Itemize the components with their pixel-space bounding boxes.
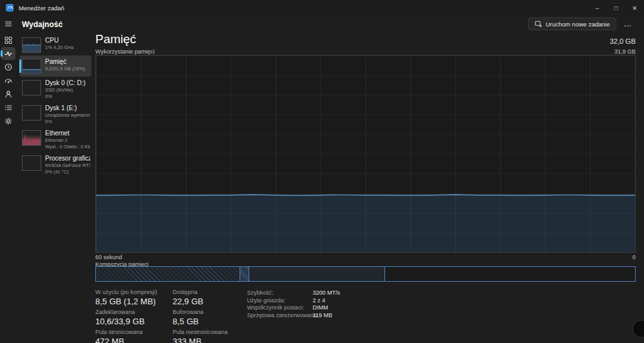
run-new-task-button[interactable]: Uruchom nowe zadanie [528,17,616,30]
perf-item-subtitle: 0% [45,119,90,125]
detail-label: Użyte gniazda: [247,297,313,304]
stat-available: Dostępna 22,9 GB [173,289,228,306]
perf-item-disk0[interactable]: Dysk 0 (C: D:) SSD (NVMe) 0% [19,77,91,102]
stat-value: 10,6/33,9 GB [95,317,157,326]
stat-paged-pool: Pula stronicowana 472 MB [95,329,157,343]
memory-composition-bar[interactable] [95,266,636,282]
rail-item-processes[interactable] [1,34,15,46]
stat-value: 333 MB [173,337,228,343]
page-title-performance: Wydajność [22,20,91,29]
stat-value: 22,9 GB [173,297,228,306]
detail-value: 2 z 4 [313,297,341,304]
stat-committed: Zadeklarowana 10,6/33,9 GB [95,309,157,326]
perf-item-subtitle: 1% 4,20 GHz [45,44,74,51]
window-controls: – □ ✕ [588,0,644,15]
perf-item-title: Pamięć [45,58,85,66]
run-new-task-icon [535,20,542,28]
perf-item-memory[interactable]: Pamięć 9,0/31,9 GB (28%) [19,55,91,77]
composition-segment-free[interactable] [385,267,635,281]
memory-title: Pamięć [95,32,136,46]
stat-label: Buforowana [173,309,228,315]
disk1-mini-chart [22,105,41,121]
close-button[interactable]: ✕ [625,0,644,15]
rail-item-app-history[interactable] [1,61,15,74]
stat-cached: Buforowana 8,5 GB [173,309,228,326]
window-title: Menedżer zadań [19,5,64,12]
detail-label: Współczynnik postaci: [247,304,313,311]
menu-hamburger-icon[interactable] [1,17,15,30]
memory-stats: W użyciu (po kompresji) 8,5 GB (1,2 MB) … [95,289,228,343]
stat-value: 472 MB [95,337,157,343]
detail-label: Szybkość: [247,289,313,297]
detail-label: Sprzętowa zarezerwowana: [247,312,313,319]
memory-usage-area-chart [96,55,635,252]
perf-item-subtitle: Ethernet 2 [45,137,90,144]
composition-segment-modified[interactable] [240,267,249,281]
rail-item-users[interactable] [1,88,15,101]
minimize-button[interactable]: – [588,0,607,15]
stat-label: Zadeklarowana [95,309,157,315]
perf-item-subtitle: Wysł.: 0 Odebr.: 0 Kb/s [45,144,90,150]
perf-item-subtitle: 9,0/31,9 GB (28%) [45,66,85,72]
stat-value: 8,5 GB [173,317,228,326]
performance-list: CPU 1% 4,20 GHz Pamięć 9,0/31,9 GB (28%) [19,34,91,177]
usage-graph-max: 31,9 GB [614,48,636,55]
perf-item-title: Dysk 1 (E:) [45,104,90,112]
memory-hardware-details: Szybkość: 3200 MT/s Użyte gniazda: 2 z 4… [247,289,341,343]
perf-item-title: CPU [45,37,74,44]
rail-item-services[interactable] [1,115,15,128]
perf-item-title: Procesor graficzny [45,155,90,162]
perf-item-subtitle: SSD (NVMe) [45,87,86,93]
nav-rail [0,15,17,343]
disk0-mini-chart [22,80,41,95]
perf-item-ethernet[interactable]: Ethernet Ethernet 2 Wysł.: 0 Odebr.: 0 K… [19,127,91,152]
performance-sidebar: Wydajność CPU 1% 4,20 GHz [17,15,93,343]
stat-label: Pula niestronicowana [173,329,228,335]
axis-label-right: 0 [632,254,636,260]
perf-item-disk1[interactable]: Dysk 1 (E:) Urządzenie wymienne (I 0% [19,102,91,127]
cpu-mini-chart [22,37,41,53]
rail-item-details[interactable] [1,101,15,114]
detail-value: 119 MB [313,312,341,319]
stat-value: 8,5 GB (1,2 MB) [95,297,157,306]
stat-label: Dostępna [173,289,228,295]
stat-non-paged-pool: Pula niestronicowana 333 MB [173,329,228,343]
maximize-button[interactable]: □ [607,0,625,15]
perf-item-subtitle: 0% [45,93,86,100]
task-manager-window: Menedżer zadań – □ ✕ [0,0,644,343]
rail-item-performance[interactable] [1,47,15,60]
detail-value: 3200 MT/s [313,289,341,297]
ethernet-mini-chart [22,130,41,146]
performance-pulse-icon [4,49,13,58]
gpu-mini-chart [22,155,41,171]
perf-item-cpu[interactable]: CPU 1% 4,20 GHz [19,34,91,55]
memory-mini-chart [22,59,41,74]
perf-item-subtitle: NVIDIA GeForce RTX 30 [45,162,90,169]
rail-item-startup-apps[interactable] [1,74,15,87]
more-options-button[interactable]: … [620,17,636,30]
stat-label: W użyciu (po kompresji) [95,289,157,295]
run-new-task-label: Uruchom nowe zadanie [545,21,610,28]
composition-segment-in-use[interactable] [96,267,240,281]
detail-value: DIMM [313,304,341,311]
memory-usage-graph[interactable] [95,55,636,253]
perf-item-subtitle: Urządzenie wymienne (I [45,112,90,119]
stat-in-use: W użyciu (po kompresji) 8,5 GB (1,2 MB) [95,289,157,306]
memory-total: 32,0 GB [610,37,636,46]
stat-label: Pula stronicowana [95,329,157,335]
memory-panel: Uruchom nowe zadanie … Pamięć 32,0 GB Wy… [95,15,636,343]
composition-segment-standby[interactable] [249,267,385,281]
task-manager-app-icon [6,4,14,12]
titlebar[interactable]: Menedżer zadań – □ ✕ [0,0,644,15]
usage-graph-label: Wykorzystanie pamięci [95,48,155,55]
axis-label-left: 60 sekund [95,254,122,260]
perf-item-subtitle: 0% (41 °C) [45,169,90,175]
perf-item-title: Ethernet [45,130,90,137]
perf-item-title: Dysk 0 (C: D:) [45,79,86,87]
toolbar: Uruchom nowe zadanie … [528,17,636,30]
perf-item-gpu[interactable]: Procesor graficzny NVIDIA GeForce RTX 30… [19,152,91,177]
